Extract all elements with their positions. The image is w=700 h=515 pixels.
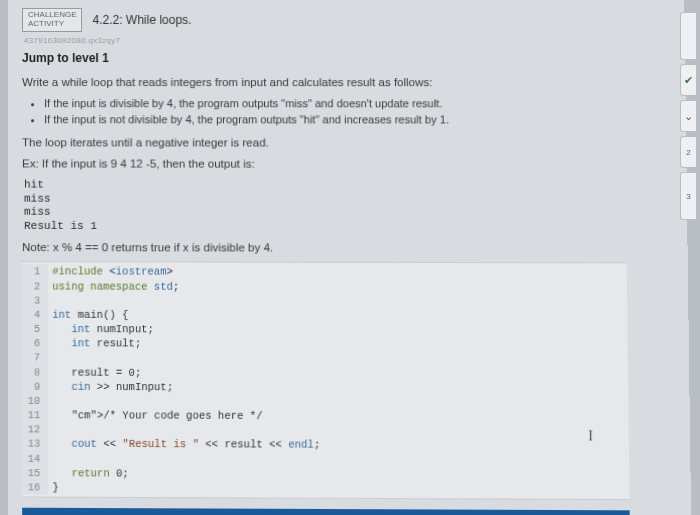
jump-to-level[interactable]: Jump to level 1 <box>22 51 624 65</box>
check-icon: ✔ <box>684 74 693 87</box>
side-tabs: ✔ ⌄ 2 3 <box>680 12 698 220</box>
code-text[interactable]: int numInput; <box>48 322 627 338</box>
line-number: 7 <box>22 351 48 365</box>
activity-page: CHALLENGE ACTIVITY 4.2.2: While loops. 4… <box>8 0 691 515</box>
chevron-down-icon: ⌄ <box>684 110 693 123</box>
code-line[interactable]: 3 <box>22 293 627 309</box>
line-number: 5 <box>22 322 48 336</box>
line-number: 2 <box>22 279 48 293</box>
line-number: 12 <box>22 422 48 436</box>
line-number: 11 <box>22 408 48 422</box>
badge-line2: ACTIVITY <box>28 20 77 29</box>
meta-id: 4379163092080.qx3zqy7 <box>24 35 624 44</box>
activity-header: CHALLENGE ACTIVITY 4.2.2: While loops. <box>22 8 624 32</box>
example-output: hit miss miss Result is 1 <box>24 178 626 234</box>
line-number: 16 <box>22 480 48 495</box>
code-text[interactable]: } <box>48 480 629 497</box>
output-line: hit <box>24 178 626 193</box>
intro-text: Write a while loop that reads integers f… <box>22 75 625 91</box>
line-number: 13 <box>22 437 48 452</box>
note-text: Note: x % 4 == 0 returns true if x is di… <box>22 240 627 257</box>
line-number: 6 <box>22 336 48 350</box>
code-line[interactable]: 4int main() { <box>22 308 627 324</box>
example-label: Ex: If the input is 9 4 12 -5, then the … <box>22 157 626 173</box>
bottom-bar <box>22 508 630 515</box>
line-number: 9 <box>22 379 48 393</box>
text-cursor-icon: I <box>588 428 593 444</box>
list-item: If the input is not divisible by 4, the … <box>44 112 625 127</box>
output-line: miss <box>24 206 626 221</box>
side-tab-3[interactable]: 3 <box>680 172 696 220</box>
line-number: 4 <box>22 308 48 322</box>
side-tab-check[interactable]: ✔ <box>680 64 696 96</box>
activity-badge: CHALLENGE ACTIVITY <box>22 8 83 32</box>
side-tab-2[interactable]: 2 <box>680 136 696 168</box>
line-number: 1 <box>22 265 48 279</box>
list-item: If the input is divisible by 4, the prog… <box>44 96 625 111</box>
requirement-list: If the input is divisible by 4, the prog… <box>44 96 625 127</box>
output-line: miss <box>24 192 626 207</box>
output-line: Result is 1 <box>24 220 626 235</box>
line-number: 8 <box>22 365 48 379</box>
code-text[interactable]: using namespace std; <box>48 279 627 295</box>
code-line[interactable]: 16} <box>22 480 629 497</box>
code-line[interactable]: 5 int numInput; <box>22 322 628 338</box>
code-line[interactable]: 1#include <iostream> <box>22 265 627 281</box>
loop-note: The loop iterates until a negative integ… <box>22 135 625 151</box>
line-number: 10 <box>22 394 48 408</box>
code-text[interactable]: int result; <box>48 336 627 352</box>
side-tab-blank[interactable] <box>680 12 696 60</box>
code-text[interactable]: #include <iostream> <box>48 265 627 281</box>
side-tab-down[interactable]: ⌄ <box>680 100 696 132</box>
line-number: 14 <box>22 451 48 466</box>
code-text[interactable] <box>48 293 627 309</box>
code-line[interactable]: 2using namespace std; <box>22 279 627 295</box>
line-number: 3 <box>22 293 48 307</box>
code-text[interactable]: int main() { <box>48 308 627 324</box>
code-editor[interactable]: 1#include <iostream>2using namespace std… <box>22 262 629 501</box>
activity-title: 4.2.2: While loops. <box>93 13 192 27</box>
line-number: 15 <box>22 466 48 481</box>
